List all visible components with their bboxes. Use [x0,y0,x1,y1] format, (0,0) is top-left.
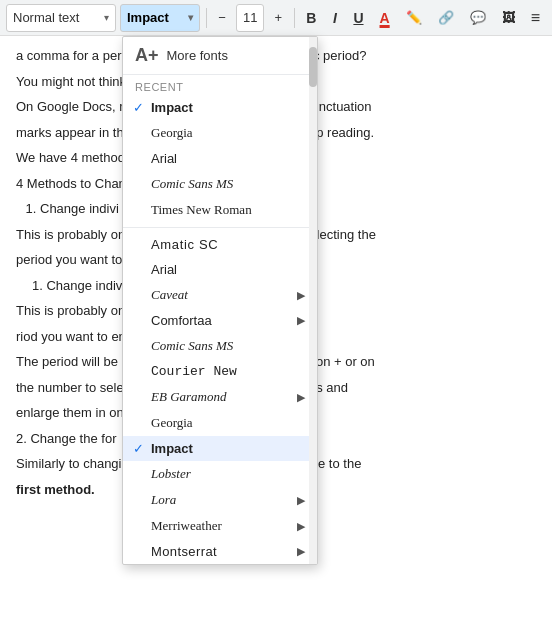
caveat-arrow-icon: ▶ [297,289,305,302]
font-size-plus[interactable]: + [268,4,288,32]
font-color-button[interactable]: A [374,4,396,32]
font-amatic[interactable]: Amatic SC [123,232,317,257]
font-name-times-recent: Times New Roman [151,202,252,218]
font-name-georgia: Georgia [151,415,193,431]
more-fonts-button[interactable]: A+ More fonts [123,37,317,75]
font-name-amatic: Amatic SC [151,237,218,252]
font-size-field[interactable]: 11 [236,4,264,32]
font-name-arial-recent: Arial [151,151,177,166]
font-comfortaa[interactable]: Comfortaa ▶ [123,308,317,333]
bold-label: B [306,10,316,26]
highlight-button[interactable]: ✏️ [400,4,428,32]
font-name-comfortaa: Comfortaa [151,313,212,328]
recent-font-georgia[interactable]: Georgia [123,120,317,146]
style-label: Normal text [13,10,79,25]
recent-font-arial[interactable]: Arial [123,146,317,171]
minus-icon: − [218,10,226,25]
more-fonts-icon: A+ [135,45,159,66]
font-size-value: 11 [243,10,257,25]
font-courier[interactable]: Courier New [123,359,317,384]
font-arial[interactable]: Arial [123,257,317,282]
font-color-label: A [380,10,390,26]
font-name-lobster: Lobster [151,466,191,482]
underline-button[interactable]: U [347,4,369,32]
align-button[interactable]: ≡ [525,4,546,32]
font-montserrat[interactable]: Montserrat ▶ [123,539,317,564]
style-selector[interactable]: Normal text ▾ [6,4,116,32]
scrollbar-thumb[interactable] [309,47,317,87]
align-icon: ≡ [531,9,540,27]
montserrat-arrow-icon: ▶ [297,545,305,558]
italic-label: I [333,10,337,26]
toolbar: Normal text ▾ Impact ▾ − 11 + B I U A ✏️… [0,0,552,36]
font-label: Impact [127,10,169,25]
italic-button[interactable]: I [326,4,343,32]
comfortaa-arrow-icon: ▶ [297,314,305,327]
font-name-eb-garamond: EB Garamond [151,389,226,405]
font-name-comic-recent: Comic Sans MS [151,176,233,192]
font-lobster[interactable]: Lobster [123,461,317,487]
recent-section-label: RECENT [123,75,317,95]
font-name-arial: Arial [151,262,177,277]
comment-icon: 💬 [470,10,486,25]
font-merriweather[interactable]: Merriweather ▶ [123,513,317,539]
image-button[interactable]: 🖼 [496,4,521,32]
font-name-courier: Courier New [151,364,237,379]
recent-font-times[interactable]: Times New Roman [123,197,317,223]
comment-button[interactable]: 💬 [464,4,492,32]
merriweather-arrow-icon: ▶ [297,520,305,533]
plus-icon: + [274,10,282,25]
recent-font-comic[interactable]: Comic Sans MS [123,171,317,197]
lora-arrow-icon: ▶ [297,494,305,507]
font-name-impact: Impact [151,441,193,456]
font-comic[interactable]: Comic Sans MS [123,333,317,359]
font-eb-garamond[interactable]: EB Garamond ▶ [123,384,317,410]
font-name-caveat: Caveat [151,287,188,303]
font-name-comic: Comic Sans MS [151,338,233,354]
font-name-montserrat: Montserrat [151,544,217,559]
font-chevron: ▾ [188,12,193,23]
font-name-georgia-recent: Georgia [151,125,193,141]
image-icon: 🖼 [502,10,515,25]
separator1 [123,227,317,228]
bold-button[interactable]: B [300,4,322,32]
font-caveat[interactable]: Caveat ▶ [123,282,317,308]
font-name-impact-recent: Impact [151,100,193,115]
link-button[interactable]: 🔗 [432,4,460,32]
font-selector[interactable]: Impact ▾ [120,4,200,32]
underline-label: U [353,10,363,26]
dropdown-scrollbar[interactable] [309,37,317,564]
font-lora[interactable]: Lora ▶ [123,487,317,513]
font-dropdown[interactable]: A+ More fonts RECENT Impact Georgia Aria… [122,36,318,565]
recent-font-impact[interactable]: Impact [123,95,317,120]
font-impact[interactable]: Impact [123,436,317,461]
font-georgia[interactable]: Georgia [123,410,317,436]
style-chevron: ▾ [104,12,109,23]
font-size-minus[interactable]: − [212,4,232,32]
font-name-merriweather: Merriweather [151,518,222,534]
link-icon: 🔗 [438,10,454,25]
eb-garamond-arrow-icon: ▶ [297,391,305,404]
more-fonts-label: More fonts [167,48,228,63]
font-name-lora: Lora [151,492,176,508]
highlight-icon: ✏️ [406,10,422,25]
